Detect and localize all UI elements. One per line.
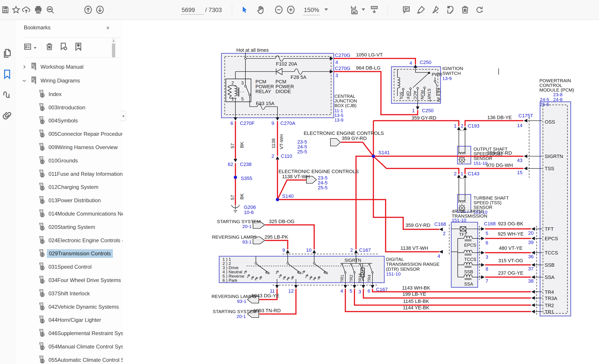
bookmark-item[interactable]: 012Charging System <box>16 181 114 194</box>
diagram-label: 24-5 <box>540 97 549 102</box>
bookmark-item[interactable]: 029Transmission Controls <box>16 247 114 261</box>
connector-arrow <box>234 117 237 121</box>
connector-arrow <box>463 127 467 130</box>
bookmark-item[interactable]: 010Grounds <box>16 154 114 167</box>
diagram-label: 359 GY-RD <box>411 115 436 121</box>
bookmark-item[interactable]: Wiring Diagrams <box>16 74 114 88</box>
bookmark-item[interactable]: 003Introduction <box>16 101 114 114</box>
diagram-label: IGNITION <box>442 66 463 71</box>
goto-bookmark-icon[interactable] <box>73 42 83 51</box>
diagram-label: 5 <box>291 276 293 280</box>
chevron-down-icon[interactable] <box>21 78 27 83</box>
diagram-label: 2 ) 2 <box>222 261 231 266</box>
diagram-label: 1 ) 1 <box>222 257 231 262</box>
diagram-label: POWERTRAIN <box>539 78 571 83</box>
bookmark-item[interactable]: 034Four Wheel Drive Systems <box>16 274 114 287</box>
wire <box>372 289 531 292</box>
chevron-right-icon[interactable] <box>21 64 27 69</box>
select-tool-icon[interactable] <box>240 5 250 15</box>
zoom-dropdown-caret[interactable] <box>325 8 328 11</box>
print-icon[interactable] <box>33 5 43 15</box>
scrollbar-thumb[interactable] <box>112 43 115 57</box>
connector-arrow <box>294 285 298 288</box>
scrolling-mode-icon[interactable] <box>369 5 379 15</box>
page-thumbnails-icon[interactable] <box>2 48 12 59</box>
bookmark-page-icon <box>16 209 45 219</box>
bookmark-item[interactable]: 044Horn/Cigar Lighter <box>16 313 114 327</box>
diagram-label: 13-9 <box>442 76 452 81</box>
options-icon[interactable] <box>23 42 33 51</box>
connector-arrow <box>414 64 417 68</box>
previous-page-icon[interactable] <box>83 5 93 15</box>
diagram-label: F33 15A <box>256 101 274 106</box>
contact-circle <box>249 94 251 96</box>
diagram-label: 1 <box>275 271 277 274</box>
diagram-label: CONTROL <box>539 83 562 88</box>
scrollbar-up-icon[interactable]: ▲ <box>112 38 115 43</box>
bookmark-item[interactable]: 009Wiring Harness Overview <box>16 141 114 154</box>
zoom-in-icon[interactable] <box>286 5 296 15</box>
zoom-level[interactable]: 150% <box>303 7 320 15</box>
splice-dot <box>372 155 375 158</box>
wire <box>341 142 373 156</box>
bookmark-item[interactable]: 046Supplemental Restraint System <box>16 327 114 340</box>
bookmark-page-icon <box>16 249 45 258</box>
organize-pages-icon[interactable] <box>445 5 455 15</box>
panel-collapse-button[interactable]: ◄ <box>120 111 126 121</box>
signatures-icon[interactable] <box>2 89 12 100</box>
bookmark-item[interactable]: 031Speed Control <box>16 260 114 274</box>
diagram-label: C270F <box>240 120 255 126</box>
delete-bookmark-icon[interactable] <box>44 42 54 51</box>
bookmark-item[interactable]: 042Vehicle Dynamic Systems <box>16 300 114 313</box>
cloud-upload-icon[interactable] <box>21 5 31 15</box>
options-caret[interactable] <box>34 47 36 49</box>
highlight-icon[interactable] <box>416 5 426 15</box>
panel-scrollbar[interactable]: ▲ <box>112 38 115 57</box>
bookmarks-tree: Workshop ManualWiring DiagramsIndex003In… <box>16 60 114 364</box>
bookmark-item[interactable]: 014Module Communications Network <box>16 207 114 220</box>
bookmark-page-icon <box>16 236 45 245</box>
diagram-label: DIGITAL <box>386 257 404 262</box>
bookmark-item[interactable]: 055Automatic Climate Control System <box>16 353 114 364</box>
bookmark-page-icon <box>16 289 45 298</box>
diagram-label: 3 <box>335 73 338 78</box>
bookmark-item[interactable]: 037Shift Interlock <box>16 287 114 300</box>
bookmark-item[interactable]: Workshop Manual <box>16 60 114 74</box>
bookmark-item[interactable]: 004Symbols <box>16 114 114 127</box>
attachments-icon[interactable] <box>2 110 12 121</box>
contact-circle <box>255 262 257 264</box>
delete-icon[interactable] <box>460 5 470 15</box>
star-icon[interactable] <box>11 5 21 15</box>
bookmark-item[interactable]: 024Electronic Engine Controls - 5.4L <box>16 234 114 247</box>
diagram-label: C168 <box>484 221 496 227</box>
bookmark-page-icon <box>16 90 45 99</box>
add-bookmark-icon[interactable] <box>59 42 69 51</box>
diagram-label: S355 <box>241 176 252 181</box>
bookmark-item[interactable]: 054Manual Climate Control System <box>16 340 114 353</box>
toolbar-separator <box>232 4 232 15</box>
bookmarks-icon[interactable] <box>2 69 12 80</box>
hand-tool-icon[interactable] <box>256 5 266 15</box>
close-icon[interactable]: × <box>106 25 109 31</box>
bookmark-item[interactable]: Index <box>16 88 114 101</box>
redo-icon[interactable] <box>475 5 485 15</box>
bookmark-item[interactable]: 020Starting System <box>16 220 114 234</box>
zoom-out-icon[interactable] <box>274 5 284 15</box>
next-page-icon[interactable] <box>95 5 105 15</box>
diagram-label: 4 <box>409 60 412 66</box>
toolbar-separator <box>388 4 388 15</box>
diagram-label: 199 LB-YE <box>403 291 426 297</box>
fit-dropdown-caret[interactable] <box>361 8 365 11</box>
search-icon[interactable] <box>45 5 55 15</box>
bookmark-item[interactable]: 011Fuse and Relay Information <box>16 167 114 181</box>
diagram-label: 3 ) Drive <box>222 265 238 270</box>
comment-icon[interactable] <box>401 5 411 15</box>
fit-width-icon[interactable] <box>350 5 360 15</box>
bookmark-item[interactable]: 005Connector Repair Procedures <box>16 127 114 141</box>
diagram-label: 4 <box>286 277 288 281</box>
connector-arrow <box>524 167 527 170</box>
sign-icon[interactable] <box>431 5 440 15</box>
bookmark-item[interactable]: 013Power Distribution <box>16 194 114 207</box>
save-icon[interactable] <box>0 5 10 15</box>
page-number-input[interactable] <box>181 6 204 15</box>
